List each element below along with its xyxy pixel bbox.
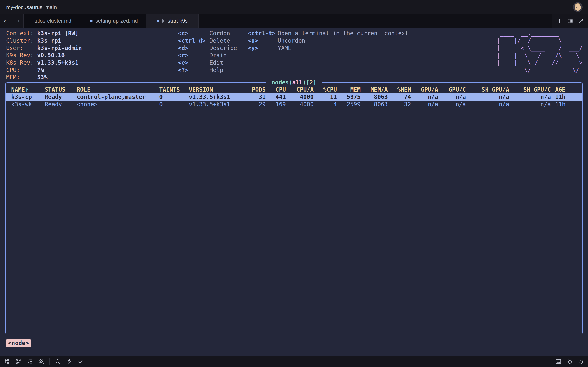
view-title-prefix: nodes( [268,79,292,86]
assistant-button[interactable] [66,358,73,365]
column-header-name[interactable]: NAME↑ [11,86,45,93]
split-pane-button[interactable] [567,17,574,25]
column-header-mem[interactable]: MEM [337,86,361,93]
info-value: 7% [37,67,44,73]
zoom-pane-button[interactable] [577,17,584,25]
git-branch-icon [15,358,22,365]
table-cell: 4000 [286,101,314,108]
table-cell: 0 [159,101,189,108]
table-cell: 11h [551,101,579,108]
table-cell: 441 [266,93,286,101]
avatar-eye [579,7,579,8]
search-button[interactable] [54,358,61,365]
column-header-role[interactable]: ROLE [77,86,159,93]
task-play-icon [162,19,165,23]
info-row: Cluster:k3s-rpi [6,37,82,44]
tab-setting-up-zed[interactable]: setting-up-zed.md [82,14,146,27]
info-row: MEM:53% [6,74,82,81]
diagnostics-button[interactable] [77,358,84,365]
info-value: k3s-rpi [RW] [37,30,78,37]
table-cell: k3s-wk [11,101,45,108]
table-cell: 32 [388,101,411,108]
table-cell: 8063 [361,93,388,101]
column-header--mem[interactable]: %MEM [388,86,411,93]
terminal-panel-button[interactable] [555,358,562,365]
expand-icon [578,18,584,24]
column-header-cpu[interactable]: CPU [266,86,286,93]
tab-bar-actions [552,14,588,27]
table-cell: k3s-cp [11,93,45,101]
table-cell: n/a [438,101,466,108]
zap-icon [66,358,72,365]
outline-panel-button[interactable] [26,358,34,365]
tab-bar-empty-space [199,14,552,27]
project-name[interactable]: my-docusaurus [6,4,43,10]
terminal-pane[interactable]: Context:k3s-rpi [RW]Cluster:k3s-rpiUser:… [0,28,588,356]
column-header-taints[interactable]: TAINTS [159,86,189,93]
table-header-row: NAME↑STATUSROLETAINTSVERSIONPODSCPUCPU/A… [6,86,582,93]
info-value: 53% [37,74,48,81]
tab-talos-cluster[interactable]: talos-cluster.md [24,14,82,27]
table-cell: v1.33.5+k3s1 [189,93,232,101]
column-header-sh-gpu-c[interactable]: SH-GPU/C [509,86,551,93]
navigate-back-button[interactable]: ← [4,17,9,25]
info-row: CPU:7% [6,67,82,74]
column-header-mem-a[interactable]: MEM/A [361,86,388,93]
column-header--cpu[interactable]: %CPU [314,86,337,93]
collab-panel-button[interactable] [38,358,45,365]
info-label: K8s Rev: [6,59,37,67]
hotkey-key: <r> [178,52,209,59]
table-row[interactable]: k3s-wkReady<none>0v1.33.5+k3s12916940004… [6,101,582,108]
hotkey-action: YAML [278,45,291,51]
tab-label: start k9s [168,18,188,24]
tab-label: talos-cluster.md [34,18,71,24]
git-panel-button[interactable] [15,358,22,365]
column-header-version[interactable]: VERSION [189,86,232,93]
plus-icon [557,18,563,24]
navigate-forward-button[interactable]: → [15,17,20,25]
hotkey-row: <c>Cordon [178,30,237,37]
hotkey-key: <d> [178,44,209,52]
table-cell: n/a [411,101,438,108]
check-icon [77,358,84,365]
column-header-cpu-a[interactable]: CPU/A [286,86,314,93]
hotkey-action: Describe [209,45,237,51]
notifications-button[interactable] [578,358,585,365]
tab-start-k9s-terminal[interactable]: start k9s [146,14,199,27]
column-header-gpu-a[interactable]: GPU/A [411,86,438,93]
hotkey-key: <e> [178,59,209,67]
column-header-status[interactable]: STATUS [45,86,77,93]
editor-tabs: talos-cluster.md setting-up-zed.md start… [24,14,199,27]
hotkey-action: Help [209,67,223,73]
project-panel-button[interactable] [4,358,11,365]
nodes-table-frame: nodes(all)[2] NAME↑STATUSROLETAINTSVERSI… [5,82,583,334]
table-cell: n/a [411,93,438,101]
column-header-pods[interactable]: PODS [232,86,266,93]
table-cell: Ready [45,101,77,108]
view-title-suffix: ] [313,79,320,86]
user-avatar[interactable] [573,2,583,12]
info-label: User: [6,44,37,52]
column-header-gpu-c[interactable]: GPU/C [438,86,466,93]
hotkey-row: <r>Drain [178,52,237,59]
info-row: Context:k3s-rpi [RW] [6,30,82,37]
info-value: v0.50.16 [37,52,65,59]
table-cell: n/a [509,101,551,108]
git-branch-name[interactable]: main [45,4,57,10]
k9s-hotkeys-column-1: <c>Cordon<ctrl-d>Delete<d>Describe<r>Dra… [178,30,237,74]
table-row[interactable]: k3s-cpReadycontrol-plane,master0v1.33.5+… [6,93,582,101]
logo-line: | | \ / /\___ \ [497,52,583,59]
info-row: User:k3s-rpi-admin [6,44,82,52]
table-cell: control-plane,master [77,93,159,101]
table-cell: 8063 [361,101,388,108]
table-cell: n/a [509,93,551,101]
debugger-button[interactable] [566,358,573,365]
hotkey-action: Edit [209,59,223,66]
info-row: K9s Rev:v0.50.16 [6,52,82,59]
window-title-bar: my-docusaurus main [0,0,588,14]
table-cell: Ready [45,93,77,101]
hotkey-row: <ctrl-d>Delete [178,37,237,44]
column-header-sh-gpu-a[interactable]: SH-GPU/A [466,86,509,93]
new-tab-button[interactable] [556,17,563,25]
column-header-age[interactable]: AGE [551,86,579,93]
